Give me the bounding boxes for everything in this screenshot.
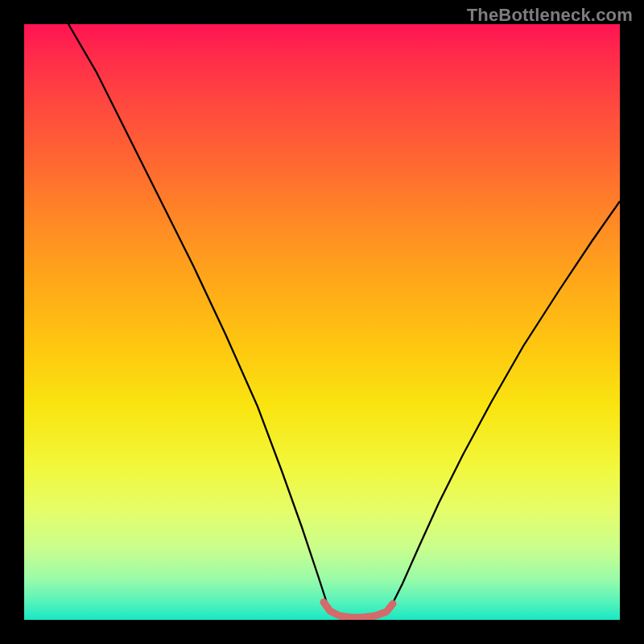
plot-area <box>24 24 620 620</box>
left-curve <box>68 24 328 608</box>
chart-frame: TheBottleneck.com <box>0 0 644 644</box>
right-curve <box>390 201 620 608</box>
watermark-text: TheBottleneck.com <box>467 5 633 26</box>
valley-highlight <box>324 602 393 617</box>
curve-layer <box>24 24 620 620</box>
